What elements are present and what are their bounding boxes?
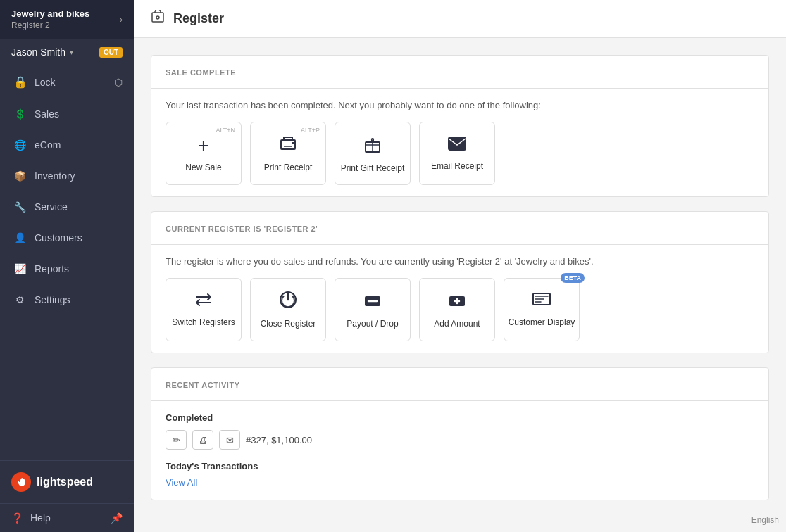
lock-label: Lock <box>35 77 56 88</box>
brand-name: Jewelry and bikes <box>11 8 89 20</box>
print-receipt-shortcut: ALT+P <box>301 127 320 134</box>
register-section-header: CURRENT REGISTER IS 'REGISTER 2' <box>151 212 768 245</box>
close-register-label: Close Register <box>261 319 316 329</box>
sidebar-item-customers[interactable]: 👤 Customers <box>0 222 134 253</box>
switch-registers-icon <box>194 292 213 312</box>
sidebar-item-reports[interactable]: 📈 Reports <box>0 253 134 284</box>
sidebar-nav: 🔒 Lock ⬡ 💲 Sales 🌐 eCom 📦 Inventory 🔧 Se… <box>0 65 134 460</box>
settings-icon: ⚙ <box>13 294 26 305</box>
add-amount-card[interactable]: Add Amount <box>419 278 495 341</box>
payout-drop-card[interactable]: Payout / Drop <box>335 278 411 341</box>
switch-registers-card[interactable]: Switch Registers <box>166 278 242 341</box>
sidebar-item-label: Customers <box>35 232 82 243</box>
help-label: Help <box>30 512 51 524</box>
email-transaction-button[interactable]: ✉ <box>219 430 240 450</box>
svg-point-1 <box>156 16 159 19</box>
out-badge: OUT <box>99 47 123 58</box>
register-section-title: CURRENT REGISTER IS 'REGISTER 2' <box>166 224 318 233</box>
sidebar-item-settings[interactable]: ⚙ Settings <box>0 284 134 315</box>
sidebar-item-label: eCom <box>35 139 61 151</box>
brand-header[interactable]: Jewelry and bikes Register 2 › <box>0 0 134 39</box>
service-icon: 🔧 <box>13 201 26 213</box>
email-receipt-icon <box>447 136 467 156</box>
print-receipt-card[interactable]: ALT+P Print Receipt <box>250 122 326 185</box>
language-selector[interactable]: English <box>751 515 779 525</box>
page-title: Register <box>173 11 224 26</box>
print-gift-receipt-icon <box>363 134 382 158</box>
main-content-area: Register SALE COMPLETE Your last transac… <box>134 0 786 532</box>
payout-drop-icon <box>363 291 382 313</box>
register-desc: The register is where you do sales and r… <box>166 256 754 267</box>
logo-text: lightspeed <box>37 476 93 488</box>
svg-rect-5 <box>449 137 466 150</box>
register-name: Register 2 <box>11 20 89 32</box>
ecom-icon: 🌐 <box>13 139 26 151</box>
main-body: SALE COMPLETE Your last transaction has … <box>134 38 786 532</box>
print-receipt-label: Print Receipt <box>264 163 313 172</box>
help-icon: ❓ <box>11 512 23 524</box>
new-sale-shortcut: ALT+N <box>216 127 235 134</box>
register-section: CURRENT REGISTER IS 'REGISTER 2' The reg… <box>151 211 769 353</box>
email-receipt-card[interactable]: Email Receipt <box>419 122 495 185</box>
lock-icon: 🔒 <box>13 75 26 89</box>
customer-display-icon <box>532 292 551 312</box>
print-transaction-button[interactable]: 🖨 <box>192 430 213 450</box>
ls-flame-icon <box>11 472 31 492</box>
sidebar-item-ecom[interactable]: 🌐 eCom <box>0 129 134 160</box>
view-all-link[interactable]: View All <box>166 477 197 488</box>
user-info: Jason Smith ▾ <box>11 46 73 58</box>
lightspeed-logo: lightspeed <box>11 472 123 492</box>
activity-row: ✏ 🖨 ✉ #327, $1,100.00 <box>166 430 754 450</box>
user-section[interactable]: Jason Smith ▾ OUT <box>0 39 134 65</box>
sidebar-item-label: Sales <box>35 108 59 120</box>
customer-display-card[interactable]: BETA Customer Display <box>504 278 580 341</box>
new-sale-icon: + <box>198 134 209 157</box>
email-receipt-label: Email Receipt <box>431 161 483 171</box>
sidebar-item-label: Inventory <box>35 170 75 182</box>
sidebar-item-lock[interactable]: 🔒 Lock ⬡ <box>0 65 134 99</box>
page-header: Register <box>134 0 786 38</box>
sale-complete-desc: Your last transaction has been completed… <box>166 100 754 110</box>
add-amount-label: Add Amount <box>434 319 480 329</box>
payout-drop-label: Payout / Drop <box>347 319 398 329</box>
sidebar-item-service[interactable]: 🔧 Service <box>0 191 134 222</box>
sale-complete-header: SALE COMPLETE <box>151 56 768 89</box>
customer-display-label: Customer Display <box>509 317 575 327</box>
reports-icon: 📈 <box>13 263 26 274</box>
today-transactions-label: Today's Transactions <box>166 461 754 471</box>
sidebar-item-inventory[interactable]: 📦 Inventory <box>0 160 134 191</box>
sidebar-item-label: Reports <box>35 263 69 274</box>
sidebar-item-sales[interactable]: 💲 Sales <box>0 99 134 129</box>
brand-info: Jewelry and bikes Register 2 <box>11 8 89 31</box>
sidebar-item-label: Service <box>35 201 68 213</box>
svg-rect-2 <box>281 140 295 149</box>
pin-icon: 📌 <box>111 512 123 524</box>
sale-complete-body: Your last transaction has been completed… <box>151 89 768 196</box>
recent-activity-header: RECENT ACTIVITY <box>151 368 768 401</box>
edit-transaction-button[interactable]: ✏ <box>166 430 187 450</box>
customers-icon: 👤 <box>13 232 26 243</box>
recent-activity-body: Completed ✏ 🖨 ✉ #327, $1,100.00 Today's … <box>151 401 768 500</box>
register-header-icon <box>151 10 165 27</box>
print-gift-receipt-label: Print Gift Receipt <box>341 163 405 173</box>
language-label: English <box>751 515 779 525</box>
sidebar-logo: lightspeed <box>0 460 134 503</box>
close-register-icon <box>279 291 297 313</box>
brand-arrow: › <box>120 15 123 25</box>
help-item[interactable]: ❓ Help 📌 <box>0 503 134 532</box>
beta-badge: BETA <box>561 273 585 283</box>
register-section-body: The register is where you do sales and r… <box>151 245 768 353</box>
transaction-info: #327, $1,100.00 <box>246 435 312 445</box>
completed-label: Completed <box>166 412 754 423</box>
print-gift-receipt-card[interactable]: Print Gift Receipt <box>335 122 411 185</box>
user-name: Jason Smith <box>11 46 66 58</box>
recent-activity-title: RECENT ACTIVITY <box>166 381 240 389</box>
switch-registers-label: Switch Registers <box>172 317 235 327</box>
recent-activity-section: RECENT ACTIVITY Completed ✏ 🖨 ✉ #327, $1… <box>151 367 769 500</box>
logout-icon[interactable]: ⬡ <box>114 77 123 88</box>
sidebar: Jewelry and bikes Register 2 › Jason Smi… <box>0 0 134 532</box>
close-register-card[interactable]: Close Register <box>250 278 326 341</box>
svg-rect-3 <box>292 142 294 144</box>
new-sale-card[interactable]: ALT+N + New Sale <box>166 122 242 185</box>
inventory-icon: 📦 <box>13 170 26 182</box>
